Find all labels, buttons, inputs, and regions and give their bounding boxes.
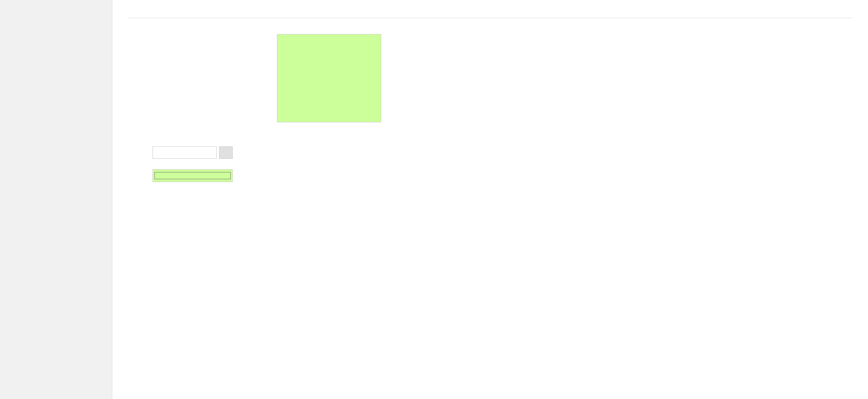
- color-wheel-svg[interactable]: [136, 34, 249, 130]
- nav-links: [128, 12, 852, 18]
- color-ok-button[interactable]: [219, 146, 233, 159]
- sidebar: [0, 0, 112, 399]
- color-swatch[interactable]: [277, 34, 381, 122]
- shades-section: [401, 28, 852, 29]
- main-content: [112, 0, 868, 399]
- tags-section-title: [0, 0, 112, 8]
- picker-layout: [128, 28, 852, 182]
- enter-color-section: [152, 142, 233, 165]
- selected-color-section: [273, 28, 385, 131]
- html5-section: [152, 165, 233, 182]
- color-text-input[interactable]: [152, 146, 217, 159]
- color-input-row: [152, 146, 233, 159]
- pick-color-section: [128, 28, 257, 182]
- color-wheel-container[interactable]: [136, 34, 249, 130]
- html5-color-input[interactable]: [152, 169, 233, 182]
